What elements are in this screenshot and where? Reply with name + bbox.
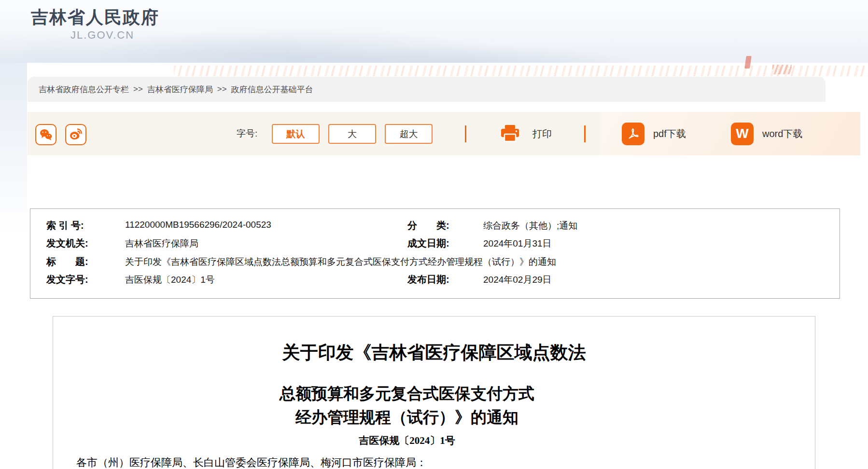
toolbar-divider: [465, 125, 466, 142]
breadcrumb-separator: >>: [133, 84, 143, 94]
site-header: 吉林省人民政府 JL.GOV.CN: [0, 0, 868, 63]
metadata-row: 发文机关: 吉林省医疗保障局 成文日期: 2024年01月31日: [30, 234, 840, 252]
metadata-row: 发文字号: 吉医保规〔2024〕1号 发布日期: 2024年02月29日: [30, 270, 840, 288]
metadata-row: 索 引 号: 11220000MB19566296/2024-00523 分 类…: [30, 216, 840, 234]
written-date-value: 2024年01月31日: [483, 237, 552, 250]
index-number-label: 索 引 号:: [46, 219, 84, 232]
word-download-label: word下载: [762, 127, 802, 140]
pdf-download-button[interactable]: pdf下载: [622, 112, 686, 155]
document-number-value: 吉医保规〔2024〕1号: [125, 274, 215, 286]
written-date-label: 成文日期:: [407, 237, 449, 250]
document-title-line-3: 经办管理规程（试行）》的通知: [53, 407, 815, 428]
watercolor-decoration: [0, 63, 27, 265]
word-download-button[interactable]: W word下载: [731, 112, 802, 155]
publish-date-label: 发布日期:: [407, 273, 449, 286]
issuing-agency-label: 发文机关:: [46, 237, 88, 250]
printer-icon: [499, 123, 521, 144]
breadcrumb-item-info-portal[interactable]: 吉林省政府信息公开专栏: [39, 84, 129, 95]
document-number: 吉医保规〔2024〕1号: [53, 434, 815, 447]
category-value: 综合政务（其他）;通知: [483, 220, 577, 232]
document-metadata-table: 索 引 号: 11220000MB19566296/2024-00523 分 类…: [30, 208, 840, 299]
category-label: 分 类:: [407, 219, 449, 232]
breadcrumb-item-platform[interactable]: 政府信息公开基础平台: [231, 84, 313, 95]
site-domain: JL.GOV.CN: [70, 29, 134, 41]
title-label: 标 题:: [46, 255, 88, 268]
weibo-share-button[interactable]: [65, 124, 86, 145]
wechat-share-button[interactable]: [35, 124, 56, 145]
document-content: 关于印发《吉林省医疗保障区域点数法 总额预算和多元复合式医保支付方式 经办管理规…: [53, 316, 815, 469]
font-size-default-button[interactable]: 默认: [272, 124, 320, 144]
font-size-large-button[interactable]: 大: [328, 124, 376, 144]
site-title: 吉林省人民政府: [31, 6, 159, 29]
breadcrumb: 吉林省政府信息公开专栏 >> 吉林省医疗保障局 >> 政府信息公开基础平台: [28, 77, 826, 102]
breadcrumb-item-medical-bureau[interactable]: 吉林省医疗保障局: [147, 84, 213, 95]
toolbar: 字号: 默认 大 超大 打印 pdf下载 W word下载: [28, 112, 860, 155]
pdf-icon: [622, 123, 644, 145]
watermark-mark: [772, 65, 792, 74]
publish-date-value: 2024年02月29日: [483, 274, 552, 286]
word-icon: W: [731, 123, 754, 145]
title-value: 关于印发《吉林省医疗保障区域点数法总额预算和多元复合式医保支付方式经办管理规程（…: [125, 256, 556, 268]
metadata-row: 标 题: 关于印发《吉林省医疗保障区域点数法总额预算和多元复合式医保支付方式经办…: [30, 252, 840, 270]
issuing-agency-value: 吉林省医疗保障局: [125, 237, 198, 250]
pdf-download-label: pdf下载: [653, 127, 686, 140]
document-title-line-1: 关于印发《吉林省医疗保障区域点数法: [53, 341, 815, 365]
breadcrumb-separator: >>: [217, 84, 227, 94]
font-size-label: 字号:: [237, 112, 257, 155]
download-panel: pdf下载 W word下载: [600, 112, 860, 155]
index-number-value: 11220000MB19566296/2024-00523: [125, 220, 271, 230]
print-label: 打印: [532, 127, 552, 140]
document-number-label: 发文字号:: [46, 273, 88, 286]
font-size-xlarge-button[interactable]: 超大: [385, 124, 433, 144]
toolbar-divider: [584, 125, 586, 142]
weibo-icon: [68, 127, 84, 142]
document-title-line-2: 总额预算和多元复合式医保支付方式: [53, 383, 815, 405]
wechat-icon: [38, 127, 54, 142]
document-salutation: 各市（州）医疗保障局、长白山管委会医疗保障局、梅河口市医疗保障局：: [76, 455, 427, 469]
watermark-band: [174, 66, 868, 76]
print-button[interactable]: 打印: [499, 112, 552, 155]
